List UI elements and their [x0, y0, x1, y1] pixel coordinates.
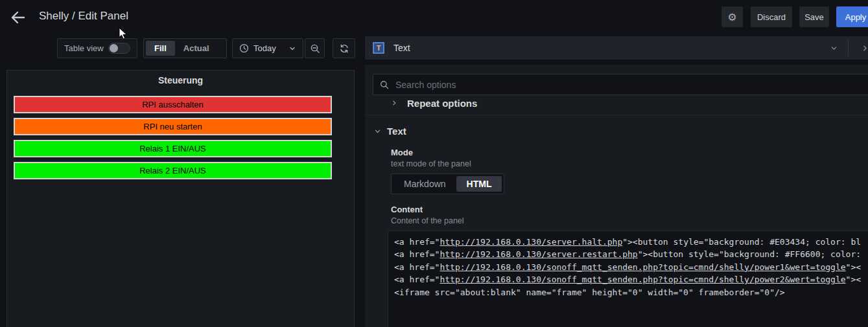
save-button[interactable]: Save	[799, 6, 829, 27]
preview-button-list: RPI ausschaltenRPI neu startenRelais 1 E…	[14, 96, 332, 184]
preview-button[interactable]: RPI ausschalten	[14, 96, 332, 113]
visualization-type-label: Text	[393, 43, 410, 53]
options-search-box	[373, 74, 868, 95]
repeat-options-label: Repeat options	[407, 98, 477, 109]
mode-option-markdown[interactable]: Markdown	[393, 176, 456, 192]
time-zoom-out-button[interactable]	[305, 38, 325, 58]
size-option-actual[interactable]: Actual	[175, 41, 218, 56]
panel-settings-button[interactable]: ⚙	[721, 6, 743, 27]
table-view-label: Table view	[64, 43, 104, 53]
divider	[848, 39, 849, 56]
code-line[interactable]: <iframe src="about:blank" name="frame" h…	[394, 286, 868, 299]
code-line[interactable]: <a href="http://192.168.0.130/sonoff_mqt…	[394, 261, 868, 273]
table-view-control: Table view	[57, 38, 137, 58]
text-panel-icon: T	[373, 42, 384, 54]
preview-button[interactable]: RPI neu starten	[14, 118, 332, 135]
chevron-down-icon	[830, 44, 838, 52]
chevron-right-icon	[861, 44, 868, 52]
header: Shelly / Edit Panel ⚙ Discard Save Apply	[0, 0, 868, 34]
code-line[interactable]: <a href="http://192.168.0.130/server.res…	[394, 248, 868, 260]
arrow-left-icon	[10, 10, 29, 25]
content-code-editor[interactable]: <a href="http://192.168.0.130/server.hal…	[388, 231, 868, 327]
code-line[interactable]: <a href="http://192.168.0.130/sonoff_mqt…	[394, 273, 868, 286]
back-button[interactable]	[10, 8, 29, 27]
collapse-options-button[interactable]	[853, 36, 868, 60]
table-view-toggle[interactable]	[108, 43, 130, 54]
gear-icon: ⚙	[727, 11, 736, 23]
chevron-down-icon	[288, 45, 296, 52]
search-options-input[interactable]	[394, 79, 865, 91]
section-text[interactable]: Text	[365, 125, 868, 137]
refresh-icon	[339, 43, 349, 54]
code-line[interactable]: <a href="http://192.168.0.130/server.hal…	[394, 236, 868, 248]
options-scroll-area: Repeat options Text Mode text mode of th…	[365, 98, 868, 327]
visualization-picker[interactable]: T Text	[365, 36, 868, 60]
zoom-out-icon	[310, 43, 320, 54]
content-label: Content	[391, 205, 868, 214]
time-range-picker[interactable]: Today	[232, 38, 303, 58]
chevron-down-icon	[374, 128, 381, 135]
mode-option-html[interactable]: HTML	[456, 176, 502, 192]
page-title: Shelly / Edit Panel	[39, 10, 128, 23]
mode-radio-group: Markdown HTML	[391, 174, 504, 194]
preview-button[interactable]: Relais 1 EIN/AUS	[14, 140, 332, 157]
toggle-knob	[110, 44, 118, 52]
chevron-right-icon	[391, 100, 397, 106]
options-pane: Repeat options Text Mode text mode of th…	[365, 65, 868, 327]
grafana-edit-panel-screen: Shelly / Edit Panel ⚙ Discard Save Apply…	[0, 0, 868, 327]
mode-label: Mode	[391, 148, 868, 157]
repeat-options-section: Repeat options	[365, 98, 868, 115]
mode-description: text mode of the panel	[391, 159, 868, 168]
clock-icon	[239, 43, 249, 53]
panel-preview: Steuerung RPI ausschaltenRPI neu starten…	[6, 70, 355, 327]
mode-field: Mode text mode of the panel Markdown HTM…	[365, 148, 868, 194]
discard-button[interactable]: Discard	[751, 6, 792, 27]
apply-button[interactable]: Apply	[836, 6, 868, 27]
content-description: Content of the panel	[391, 216, 868, 225]
preview-button[interactable]: Relais 2 EIN/AUS	[14, 162, 332, 179]
search-icon	[380, 80, 389, 89]
code-editor-lines: <a href="http://192.168.0.130/server.hal…	[394, 236, 868, 299]
section-repeat-options[interactable]: Repeat options	[365, 98, 868, 112]
text-section-label: Text	[387, 126, 406, 137]
size-option-fill[interactable]: Fill	[146, 41, 175, 56]
panel-size-radio-group: Fill Actual	[143, 38, 227, 58]
content-field: Content Content of the panel	[365, 205, 868, 225]
panel-title: Steuerung	[7, 75, 354, 85]
refresh-button[interactable]	[333, 38, 355, 58]
time-range-label: Today	[253, 43, 284, 53]
